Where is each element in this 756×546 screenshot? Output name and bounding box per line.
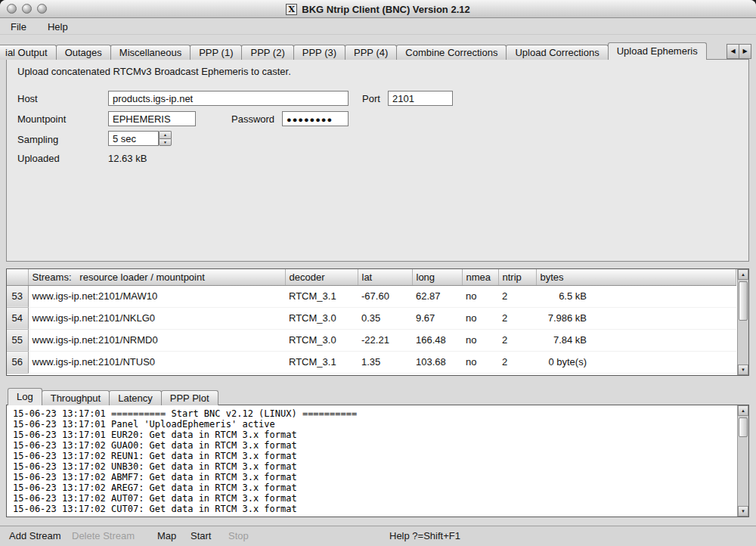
tab-ppp-1[interactable]: PPP (1): [190, 45, 242, 60]
log-text: 15-06-23 13:17:01 ========== Start BNC v…: [7, 405, 737, 517]
table-row[interactable]: 55 www.igs-ip.net:2101/NRMD0 RTCM_3.0 -2…: [7, 329, 736, 351]
cell-bytes[interactable]: 0 byte(s): [536, 351, 736, 373]
bytes-value: 7.84 kB: [546, 334, 587, 346]
corner-header: [7, 269, 28, 285]
cell-mountpoint[interactable]: www.igs-ip.net:2101/NTUS0: [28, 351, 285, 373]
cell-lat[interactable]: 1.35: [358, 351, 412, 373]
tab-throughput[interactable]: Throughput: [42, 390, 110, 405]
header-mountpoint[interactable]: Streams: resource loader / mountpoint: [28, 269, 285, 285]
port-label: Port: [362, 93, 380, 104]
tab-upload-corrections[interactable]: Upload Corrections: [506, 45, 608, 60]
delete-stream-button[interactable]: Delete Stream: [72, 526, 135, 546]
tab-ppp-plot[interactable]: PPP Plot: [161, 390, 218, 405]
scroll-down-icon[interactable]: ▼: [738, 506, 748, 517]
bottom-tabbar: Log Throughput Latency PPP Plot: [8, 389, 218, 405]
scroll-up-icon[interactable]: ▲: [738, 405, 748, 416]
scroll-up-icon[interactable]: ▲: [738, 269, 748, 280]
cell-ntrip[interactable]: 2: [498, 307, 536, 329]
port-input[interactable]: [388, 91, 453, 106]
tab-ppp-4[interactable]: PPP (4): [345, 45, 397, 60]
tab-outages[interactable]: Outages: [56, 45, 111, 60]
log-line: 15-06-23 13:17:02 UNB30: Get data in RTC…: [13, 461, 737, 472]
start-button[interactable]: Start: [191, 526, 211, 546]
tab-scroll-right-icon[interactable]: ▶: [739, 44, 751, 59]
row-number[interactable]: 55: [7, 329, 28, 351]
header-decoder[interactable]: decoder: [285, 269, 358, 285]
cell-bytes[interactable]: 7.84 kB: [536, 329, 736, 351]
scrollbar-thumb[interactable]: [739, 281, 748, 321]
tab-upload-ephemeris[interactable]: Upload Ephemeris: [608, 42, 707, 60]
tab-scroll-left-icon[interactable]: ◀: [727, 44, 739, 59]
table-row[interactable]: 53 www.igs-ip.net:2101/MAW10 RTCM_3.1 -6…: [7, 285, 736, 307]
bytes-value: 6.5 kB: [546, 290, 587, 302]
row-number[interactable]: 53: [7, 285, 28, 307]
cell-lat[interactable]: 0.35: [358, 307, 412, 329]
cell-ntrip[interactable]: 2: [498, 285, 536, 307]
log-line: 15-06-23 13:17:02 ABMF7: Get data in RTC…: [13, 472, 737, 482]
header-bytes[interactable]: bytes: [536, 269, 736, 285]
row-number[interactable]: 54: [7, 307, 28, 329]
bnc-window: X BKG Ntrip Client (BNC) Version 2.12 Fi…: [0, 0, 756, 546]
cell-decoder[interactable]: RTCM_3.0: [285, 307, 358, 329]
table-row[interactable]: 56 www.igs-ip.net:2101/NTUS0 RTCM_3.1 1.…: [7, 351, 736, 373]
add-stream-button[interactable]: Add Stream: [9, 526, 61, 546]
spin-down-icon[interactable]: ▼: [159, 138, 172, 146]
cell-decoder[interactable]: RTCM_3.1: [285, 351, 358, 373]
cell-ntrip[interactable]: 2: [498, 329, 536, 351]
mountpoint-label: Mountpoint: [17, 113, 66, 125]
tab-combine-corrections[interactable]: Combine Corrections: [396, 45, 507, 60]
statusbar: Add Stream Delete Stream Map Start Stop …: [0, 526, 756, 546]
cell-nmea[interactable]: no: [462, 329, 498, 351]
menu-file[interactable]: File: [8, 20, 29, 33]
tab-miscellaneous[interactable]: Miscellaneous: [110, 45, 191, 60]
main-tabbar: ial Output Outages Miscellaneous PPP (1)…: [0, 43, 756, 60]
cell-ntrip[interactable]: 2: [498, 351, 536, 373]
log-frame[interactable]: 15-06-23 13:17:01 ========== Start BNC v…: [6, 405, 749, 517]
cell-mountpoint[interactable]: www.igs-ip.net:2101/NRMD0: [28, 329, 285, 351]
menu-help[interactable]: Help: [45, 20, 71, 33]
cell-long[interactable]: 62.87: [412, 285, 462, 307]
tab-serial-output[interactable]: ial Output: [0, 45, 57, 60]
cell-nmea[interactable]: no: [462, 351, 498, 373]
log-line: 15-06-23 13:17:02 AREG7: Get data in RTC…: [13, 482, 737, 493]
cell-long[interactable]: 9.67: [412, 307, 462, 329]
row-number[interactable]: 56: [7, 351, 28, 373]
password-input[interactable]: [282, 111, 349, 126]
log-line: 15-06-23 13:17:02 REUN1: Get data in RTC…: [13, 451, 737, 461]
spin-up-icon[interactable]: ▲: [159, 131, 172, 138]
sampling-spin-buttons: ▲ ▼: [159, 131, 172, 146]
header-lat[interactable]: lat: [358, 269, 412, 285]
cell-bytes[interactable]: 6.5 kB: [536, 285, 736, 307]
cell-decoder[interactable]: RTCM_3.1: [285, 285, 358, 307]
header-long[interactable]: long: [412, 269, 462, 285]
tab-log[interactable]: Log: [8, 388, 42, 405]
host-input[interactable]: [108, 91, 349, 106]
cell-mountpoint[interactable]: www.igs-ip.net:2101/MAW10: [28, 285, 285, 307]
log-scrollbar[interactable]: ▲ ▼: [737, 405, 748, 517]
cell-bytes[interactable]: 7.986 kB: [536, 307, 736, 329]
cell-nmea[interactable]: no: [462, 307, 498, 329]
table-row[interactable]: 54 www.igs-ip.net:2101/NKLG0 RTCM_3.0 0.…: [7, 307, 736, 329]
stop-button[interactable]: Stop: [228, 526, 249, 546]
cell-lat[interactable]: -67.60: [358, 285, 412, 307]
scroll-down-icon[interactable]: ▼: [738, 365, 748, 375]
cell-long[interactable]: 103.68: [412, 351, 462, 373]
header-nmea[interactable]: nmea: [462, 269, 498, 285]
streams-scrollbar[interactable]: ▲ ▼: [737, 269, 748, 375]
tab-latency[interactable]: Latency: [109, 390, 162, 405]
streams-table-frame: Streams: resource loader / mountpoint de…: [6, 268, 749, 376]
scrollbar-thumb[interactable]: [739, 417, 748, 437]
cell-long[interactable]: 166.48: [412, 329, 462, 351]
map-button[interactable]: Map: [157, 526, 176, 546]
cell-mountpoint[interactable]: www.igs-ip.net:2101/NKLG0: [28, 307, 285, 329]
cell-lat[interactable]: -22.21: [358, 329, 412, 351]
tab-ppp-3[interactable]: PPP (3): [293, 45, 345, 60]
mountpoint-input[interactable]: [108, 111, 196, 126]
sampling-input[interactable]: [108, 131, 159, 146]
cell-nmea[interactable]: no: [462, 285, 498, 307]
cell-decoder[interactable]: RTCM_3.0: [285, 329, 358, 351]
header-ntrip[interactable]: ntrip: [498, 269, 536, 285]
tab-ppp-2[interactable]: PPP (2): [241, 45, 293, 60]
title-wrap: X BKG Ntrip Client (BNC) Version 2.12: [0, 0, 756, 18]
sampling-spinbox: ▲ ▼: [108, 131, 172, 146]
